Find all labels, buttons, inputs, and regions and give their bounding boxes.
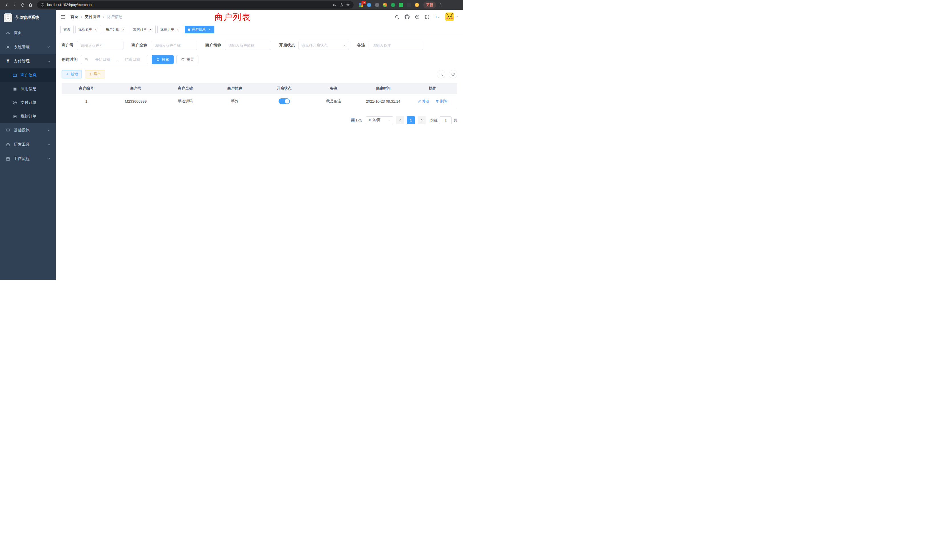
extension-monkey-icon[interactable] xyxy=(415,3,419,8)
font-size-icon[interactable]: TT xyxy=(435,15,440,20)
delete-link[interactable]: 删除 xyxy=(436,98,447,104)
home-icon[interactable] xyxy=(27,1,34,9)
add-button[interactable]: 新增 xyxy=(62,70,82,79)
page-size-select[interactable]: 10条/页 xyxy=(366,117,393,124)
browser-menu-icon[interactable] xyxy=(436,1,444,9)
sidebar-item-dev-tools[interactable]: 研发工具 xyxy=(0,138,56,152)
chevron-down-icon xyxy=(47,157,50,160)
status-select[interactable]: 请选择开启状态 xyxy=(298,41,349,50)
merchant-card-icon xyxy=(12,73,17,77)
site-info-icon[interactable] xyxy=(41,3,44,7)
github-icon[interactable] xyxy=(404,14,410,20)
sidebar-menu: 首页 系统管理 ¥ 支付管理 商户信息 xyxy=(0,26,56,166)
reset-button[interactable]: 重置 xyxy=(177,55,198,64)
extension-dots-icon[interactable]: 10 xyxy=(359,3,363,8)
fullscreen-icon[interactable] xyxy=(425,15,430,20)
extension-badge: 10 xyxy=(362,1,366,4)
browser-update-button[interactable]: 更新 xyxy=(424,2,436,9)
cell-create-time: 2021-10-23 08:31:14 xyxy=(359,94,408,109)
search-button[interactable]: 搜索 xyxy=(152,55,174,64)
topbar: 首页 / 支付管理 / 商户信息 商户列表 TT xyxy=(56,10,463,24)
extension-gray-glyph xyxy=(375,3,379,7)
sidebar-item-pay-order[interactable]: 支付订单 xyxy=(0,96,56,109)
sidebar-item-refund-order[interactable]: 退款订单 xyxy=(0,109,56,123)
filter-label: 备注 xyxy=(357,43,365,48)
tab-process-form[interactable]: 流程表单 xyxy=(75,26,101,33)
remark-input[interactable] xyxy=(369,41,424,50)
reload-icon[interactable] xyxy=(19,1,26,9)
header-search-icon[interactable] xyxy=(395,15,399,20)
sidebar-collapse-icon[interactable] xyxy=(61,14,66,20)
logo-avatar xyxy=(4,14,12,22)
sidebar-item-infrastructure[interactable]: 基础设施 xyxy=(0,123,56,138)
sidebar: 芋道管理系统 首页 系统管理 ¥ 支付管理 xyxy=(0,10,56,280)
sidebar-item-workflow[interactable]: 工作流程 xyxy=(0,152,56,166)
address-bar[interactable]: localhost:1024/pay/merchant xyxy=(37,1,354,9)
tab-close-icon[interactable] xyxy=(94,28,98,32)
tab-pay-order[interactable]: 支付订单 xyxy=(130,26,156,33)
user-menu[interactable] xyxy=(445,12,458,21)
sidebar-item-payment[interactable]: ¥ 支付管理 xyxy=(0,54,56,68)
search-button-label: 搜索 xyxy=(162,57,169,62)
back-icon[interactable] xyxy=(3,1,10,9)
edit-link[interactable]: 修改 xyxy=(418,98,429,104)
filter-row-2: 创建时间 开始日期 - 结束日期 搜索 重置 xyxy=(62,55,457,64)
next-page-icon[interactable] xyxy=(418,117,426,124)
filter-label: 商户号 xyxy=(62,43,74,48)
create-time-range-picker[interactable]: 开始日期 - 结束日期 xyxy=(81,55,148,64)
tab-refund-order[interactable]: 退款订单 xyxy=(157,26,183,33)
short-name-input[interactable] xyxy=(225,41,271,50)
merchant-no-input[interactable] xyxy=(77,41,123,50)
tab-label: 首页 xyxy=(64,27,70,32)
extension-green-circle-icon[interactable] xyxy=(390,3,395,8)
extensions-cluster: 10 xyxy=(356,3,422,8)
breadcrumb-home[interactable]: 首页 xyxy=(70,14,79,20)
page-number-button[interactable]: 1 xyxy=(407,117,415,124)
col-full-name: 商户全称 xyxy=(160,83,210,94)
page-size-value: 10条/页 xyxy=(368,118,387,123)
calendar-icon xyxy=(84,58,88,62)
tab-close-icon[interactable] xyxy=(148,28,153,32)
goto-label: 前往 xyxy=(430,118,437,123)
prev-page-icon[interactable] xyxy=(396,117,404,124)
breadcrumb-payment[interactable]: 支付管理 xyxy=(85,14,101,20)
sidebar-item-label: 系统管理 xyxy=(14,44,30,50)
share-icon[interactable] xyxy=(339,3,343,7)
extension-gray-icon[interactable] xyxy=(375,3,380,8)
extension-blue-icon[interactable] xyxy=(367,3,371,8)
goto-page-input[interactable] xyxy=(440,117,452,124)
full-name-input[interactable] xyxy=(151,41,197,50)
tab-user-group[interactable]: 用户分组 xyxy=(103,26,128,33)
refresh-table-icon[interactable] xyxy=(449,70,457,79)
extension-dark-icon[interactable] xyxy=(407,3,412,8)
sidebar-item-system[interactable]: 系统管理 xyxy=(0,40,56,54)
logo[interactable]: 芋道管理系统 xyxy=(0,10,56,26)
extension-green-square-icon[interactable] xyxy=(399,3,403,8)
bookmark-star-icon[interactable] xyxy=(346,3,350,7)
status-toggle[interactable] xyxy=(278,98,290,104)
toggle-search-icon[interactable] xyxy=(437,70,445,79)
tab-home[interactable]: 首页 xyxy=(61,26,74,33)
filter-label: 创建时间 xyxy=(62,57,77,62)
tab-merchant-info[interactable]: 商户信息 xyxy=(185,26,214,33)
cell-merchant-id: 1 xyxy=(62,94,111,109)
tab-close-icon[interactable] xyxy=(121,28,125,32)
chevron-down-icon xyxy=(47,129,50,132)
tab-close-icon[interactable] xyxy=(207,28,211,32)
pagination-goto: 前往 页 xyxy=(430,117,457,124)
start-date-placeholder: 开始日期 xyxy=(90,57,115,62)
edit-link-label: 修改 xyxy=(422,98,429,104)
filter-create-time: 创建时间 开始日期 - 结束日期 xyxy=(62,55,148,64)
chevron-up-icon xyxy=(47,60,50,63)
password-key-icon[interactable] xyxy=(333,3,337,7)
tab-close-icon[interactable] xyxy=(176,28,180,32)
forward-icon[interactable] xyxy=(11,1,18,9)
extension-multicolor-icon[interactable] xyxy=(383,3,387,8)
sidebar-item-home[interactable]: 首页 xyxy=(0,26,56,40)
table-row: 1 M233666999 芋道源码 芋艿 我是备注 2021-10-23 08:… xyxy=(62,94,457,109)
sidebar-item-merchant-info[interactable]: 商户信息 xyxy=(0,68,56,82)
export-button[interactable]: 导出 xyxy=(85,70,105,79)
sidebar-item-app-info[interactable]: 应用信息 xyxy=(0,82,56,96)
help-icon[interactable] xyxy=(415,15,420,20)
tab-active-dot xyxy=(188,29,190,31)
